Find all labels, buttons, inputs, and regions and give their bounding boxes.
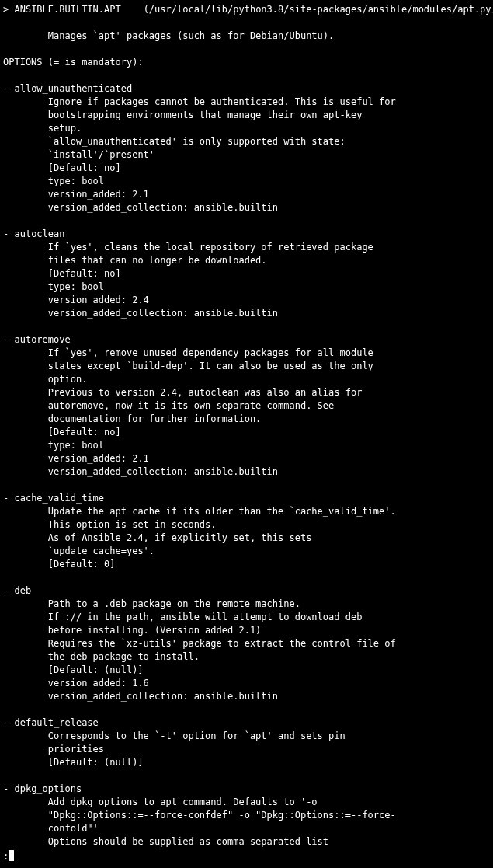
option-detail: [Default: 0]: [3, 558, 493, 571]
option-detail: type: bool: [3, 439, 493, 452]
option-name: dpkg_options: [14, 783, 82, 794]
option-name-row: - allow_unauthenticated: [3, 82, 493, 96]
option-detail: option.: [3, 373, 493, 386]
option-detail: Path to a .deb package on the remote mac…: [3, 598, 493, 611]
option-detail: type: bool: [3, 175, 493, 188]
blank-line: [3, 320, 493, 333]
header-prefix: >: [3, 4, 14, 15]
option-detail: Ignore if packages cannot be authenticat…: [3, 96, 493, 109]
option-detail: version_added_collection: ansible.builti…: [3, 690, 493, 703]
option-name-row: - autoremove: [3, 333, 493, 347]
option-name: allow_unauthenticated: [14, 83, 132, 94]
blank-line: [3, 479, 493, 492]
blank-line: [3, 703, 493, 716]
option-detail: As of Ansible 2.4, if explicitly set, th…: [3, 532, 493, 545]
option-detail: "Dpkg::Options::=--force-confdef" -o "Dp…: [3, 809, 493, 822]
option-name: cache_valid_time: [14, 493, 104, 504]
option-detail: version_added: 2.1: [3, 452, 493, 465]
option-detail: the deb package to install.: [3, 650, 493, 664]
blank-line: [3, 571, 493, 584]
option-detail: If :// in the path, ansible will attempt…: [3, 611, 493, 624]
option-name: autoclean: [14, 228, 64, 239]
module-header-line: > ANSIBLE.BUILTIN.APT (/usr/local/lib/py…: [3, 3, 493, 16]
option-detail: Corresponds to the `-t' option for `apt'…: [3, 730, 493, 743]
option-detail: If `yes', cleans the local repository of…: [3, 241, 493, 254]
option-name-row: - dpkg_options: [3, 783, 493, 796]
option-detail: autoremove, now it is its own separate c…: [3, 399, 493, 413]
option-name-row: - autoclean: [3, 228, 493, 241]
options-header: OPTIONS (= is mandatory):: [3, 56, 493, 69]
option-detail: [Default: no]: [3, 267, 493, 281]
option-name-row: - cache_valid_time: [3, 492, 493, 505]
blank-line: [3, 16, 493, 30]
option-name: default_release: [14, 717, 98, 728]
option-detail: [Default: (null)]: [3, 664, 493, 677]
option-detail: documentation for further information.: [3, 413, 493, 426]
option-detail: `allow_unauthenticated' is only supporte…: [3, 135, 493, 148]
option-name-row: - deb: [3, 584, 493, 598]
option-detail: version_added_collection: ansible.builti…: [3, 201, 493, 214]
blank-line: [3, 69, 493, 82]
option-detail: Options should be supplied as comma sepa…: [3, 835, 493, 849]
option-detail: If `yes', remove unused dependency packa…: [3, 347, 493, 360]
option-detail: Add dpkg options to apt command. Default…: [3, 796, 493, 809]
terminal-pager-view[interactable]: > ANSIBLE.BUILTIN.APT (/usr/local/lib/py…: [0, 0, 493, 868]
option-detail: confold"': [3, 822, 493, 835]
blank-line: [3, 43, 493, 56]
cursor-icon: [9, 850, 14, 861]
option-detail: Previous to version 2.4, autoclean was a…: [3, 386, 493, 399]
option-detail: `update_cache=yes'.: [3, 545, 493, 558]
option-detail: Update the apt cache if its older than t…: [3, 505, 493, 518]
option-detail: Requires the `xz-utils' package to extra…: [3, 637, 493, 650]
blank-line: [3, 214, 493, 228]
option-detail: version_added: 2.1: [3, 188, 493, 201]
blank-line: [3, 769, 493, 783]
module-summary: Manages `apt' packages (such as for Debi…: [3, 30, 493, 43]
option-detail: [Default: (null)]: [3, 756, 493, 769]
option-detail: bootstrapping environments that manage t…: [3, 109, 493, 122]
option-name: autoremove: [14, 334, 70, 345]
option-detail: priorities: [3, 743, 493, 756]
option-detail: states except `build-dep'. It can also b…: [3, 360, 493, 373]
module-name: ANSIBLE.BUILTIN.APT: [14, 4, 120, 15]
option-name: deb: [14, 585, 31, 596]
option-detail: version_added: 1.6: [3, 677, 493, 690]
option-detail: version_added: 2.4: [3, 294, 493, 307]
pager-prompt[interactable]: :: [3, 850, 14, 863]
option-detail: version_added_collection: ansible.builti…: [3, 307, 493, 320]
module-path: (/usr/local/lib/python3.8/site-packages/…: [144, 4, 493, 15]
option-detail: [Default: no]: [3, 162, 493, 175]
option-name-row: - default_release: [3, 716, 493, 730]
option-detail: This option is set in seconds.: [3, 518, 493, 532]
option-detail: type: bool: [3, 281, 493, 294]
option-detail: before installing. (Version added 2.1): [3, 624, 493, 637]
option-detail: version_added_collection: ansible.builti…: [3, 465, 493, 479]
option-detail: [Default: no]: [3, 426, 493, 439]
option-detail: `install'/`present': [3, 148, 493, 162]
option-detail: setup.: [3, 122, 493, 135]
option-detail: files that can no longer be downloaded.: [3, 254, 493, 267]
